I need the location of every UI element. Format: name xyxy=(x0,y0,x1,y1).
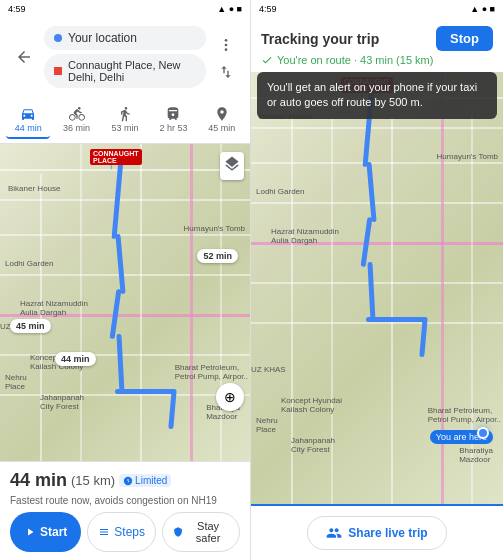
on-route-text: You're on route · 43 min (15 km) xyxy=(277,54,433,66)
compass-button[interactable]: ⊕ xyxy=(216,383,244,411)
destination-field[interactable]: Connaught Place, New Delhi, Delhi xyxy=(44,54,206,88)
right-panel: 4:59 ▲ ● ■ Tracking your trip Stop You'r… xyxy=(251,0,503,560)
time-bubble-52: 52 min xyxy=(197,249,238,263)
dest-text: Connaught Place, New Delhi, Delhi xyxy=(68,59,196,83)
tab-walk[interactable]: 53 min xyxy=(103,102,147,139)
map-label-r10: BharatiyaMazdoor xyxy=(459,446,493,464)
svg-point-0 xyxy=(225,39,228,42)
map-area-left: 📍 CONNAUGHTPLACE 52 min 45 min 44 min Bi… xyxy=(0,144,250,461)
alert-box: You'll get an alert on your phone if you… xyxy=(257,72,497,119)
map-label-r9: Bharat Petroleum,Petrol Pump, Airpor.. xyxy=(428,406,501,424)
status-time-right: 4:59 xyxy=(259,4,277,14)
tab-transit-label: 2 hr 53 xyxy=(159,123,187,133)
left-panel: 4:59 ▲ ● ■ Your location Connaught Place… xyxy=(0,0,251,560)
tab-bike[interactable]: 36 min xyxy=(54,102,98,139)
share-live-trip-button[interactable]: Share live trip xyxy=(307,516,446,550)
tab-drive-label: 44 min xyxy=(15,123,42,133)
start-button[interactable]: Start xyxy=(10,512,81,552)
status-icons-right: ▲ ● ■ xyxy=(470,4,495,14)
svg-point-2 xyxy=(225,48,228,51)
tab-bike-label: 36 min xyxy=(63,123,90,133)
map-label-r2: Lodhi Garden xyxy=(256,187,304,196)
route-dist: (15 km) xyxy=(71,473,115,488)
map-label-r7: NehruPlace xyxy=(256,416,278,434)
map-area-right: 📍 CONNAUGHTPLACE Bikaner House Lodhi Gar… xyxy=(251,72,503,504)
on-route-check-icon xyxy=(261,54,273,66)
map-label-4: Humayun's Tomb xyxy=(184,224,245,233)
stop-button[interactable]: Stop xyxy=(436,26,493,51)
share-icon xyxy=(326,525,342,541)
back-button[interactable] xyxy=(10,43,38,71)
safer-button[interactable]: Stay safer xyxy=(162,512,240,552)
route-badge: Limited xyxy=(119,474,171,487)
tab-more-label: 45 min xyxy=(208,123,235,133)
tab-transit[interactable]: 2 hr 53 xyxy=(151,102,195,139)
layer-toggle[interactable] xyxy=(220,152,244,180)
map-label-r5: UZ KHAS xyxy=(251,365,286,374)
map-label-3: Hazrat NizamuddinAulia Dargah xyxy=(20,299,88,317)
map-label-8: JahanpanahCity Forest xyxy=(40,393,84,411)
status-icons: ▲ ● ■ xyxy=(217,4,242,14)
right-bottom-bar: Share live trip xyxy=(251,504,503,560)
map-label-7: NehruPlace xyxy=(5,373,27,391)
share-live-trip-label: Share live trip xyxy=(348,526,427,540)
map-label-r6: Koncept HyundaiKailash Colony xyxy=(281,396,342,414)
swap-button[interactable] xyxy=(215,61,237,83)
tab-walk-label: 53 min xyxy=(112,123,139,133)
current-location-dot xyxy=(477,427,489,439)
tab-drive[interactable]: 44 min xyxy=(6,102,50,139)
map-label-9: Bharat Petroleum,Petrol Pump, Airpor.. xyxy=(175,363,248,381)
time-bubble-44: 44 min xyxy=(55,352,96,366)
map-label-r8: JahanpanahCity Forest xyxy=(291,436,335,454)
tracking-title: Tracking your trip xyxy=(261,31,379,47)
more-menu-button[interactable] xyxy=(212,31,240,59)
origin-dot xyxy=(54,34,62,42)
transport-tabs: 44 min 36 min 53 min 2 hr 53 45 min xyxy=(0,98,250,144)
left-header: Your location Connaught Place, New Delhi… xyxy=(0,18,250,98)
map-label-2: Lodhi Garden xyxy=(5,259,53,268)
location-fields: Your location Connaught Place, New Delhi… xyxy=(44,26,206,88)
left-bottom-bar: 44 min (15 km) Limited Fastest route now… xyxy=(0,461,250,560)
svg-point-1 xyxy=(225,44,228,47)
right-header: Tracking your trip Stop You're on route … xyxy=(251,18,503,72)
dest-dot xyxy=(54,67,62,75)
origin-text: Your location xyxy=(68,31,137,45)
steps-button[interactable]: Steps xyxy=(87,512,156,552)
map-label-r4: Humayun's Tomb xyxy=(437,152,498,161)
map-label-1: Bikaner House xyxy=(8,184,60,193)
dest-label-left: CONNAUGHTPLACE xyxy=(90,149,142,165)
route-time: 44 min xyxy=(10,470,67,491)
map-label-r3: Hazrat NizamuddinAulia Dargah xyxy=(271,227,339,245)
origin-field[interactable]: Your location xyxy=(44,26,206,50)
tab-more[interactable]: 45 min xyxy=(200,102,244,139)
route-description: Fastest route now, avoids congestion on … xyxy=(10,495,240,506)
status-time: 4:59 xyxy=(8,4,26,14)
action-buttons: Start Steps Stay safer xyxy=(10,512,240,552)
time-bubble-45: 45 min xyxy=(10,319,51,333)
